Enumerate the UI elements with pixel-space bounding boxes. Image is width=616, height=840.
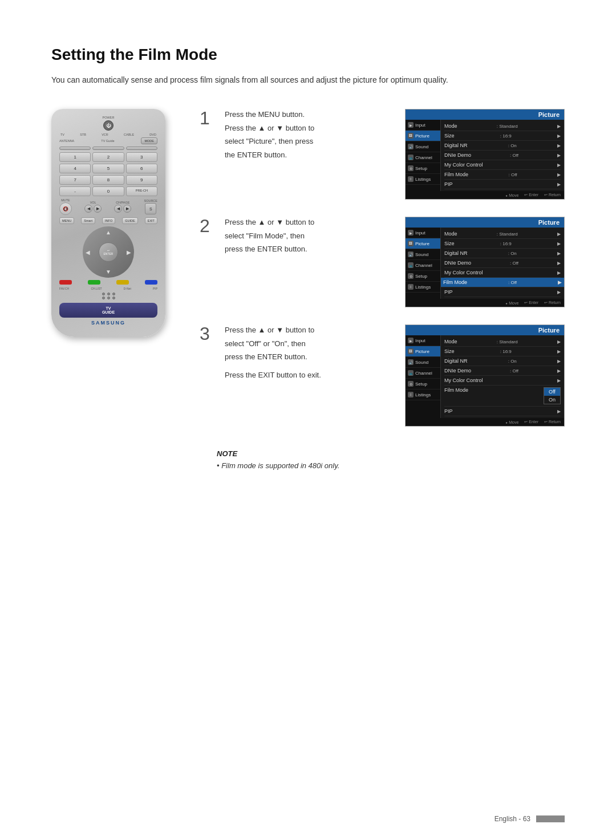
tv-menu-2-body: ▶ Input 🖼 Picture 🔊 Sound — [406, 228, 564, 299]
tv-guide-label: TV Guide — [101, 139, 114, 143]
menu-row-pip-3: PIP ▶ — [444, 407, 561, 416]
btn-4[interactable]: 4 — [59, 164, 91, 173]
btn-prech[interactable]: PRE-CH — [126, 186, 157, 196]
menu-row-mycolor-2: My Color Control ▶ — [444, 268, 561, 278]
tv-menu-1-main: Mode : Standard ▶ Size : 16:9 ▶ — [441, 120, 564, 191]
sidebar-input-3: ▶ Input — [406, 335, 440, 346]
source-button[interactable]: S — [145, 203, 156, 214]
input-icon-2: ▶ — [408, 230, 414, 236]
tv-menu-3-body: ▶ Input 🖼 Picture 🔊 Sound — [406, 335, 564, 418]
dots-area — [59, 293, 157, 299]
footer-enter-2: ↩ Enter — [524, 301, 538, 305]
red-button[interactable] — [59, 280, 72, 285]
vol-down-button[interactable]: ◀ — [84, 205, 92, 213]
nav-up-arrow[interactable]: ▲ — [106, 229, 111, 236]
option-off[interactable]: Off — [544, 388, 560, 396]
stb-source-label: STB — [80, 133, 86, 136]
step-1-line-2: Press the ▲ or ▼ button to — [225, 123, 394, 134]
sidebar-setup: ⚙ Setup — [406, 163, 440, 174]
step-3-line-2: select "Off" or "On", then — [225, 338, 394, 350]
yellow-button[interactable] — [116, 280, 129, 285]
sidebar-setup-label: Setup — [415, 166, 427, 171]
picture-icon: 🖼 — [408, 133, 414, 139]
menu-row-dnie-2: DNIe Demo : Off ▶ — [444, 258, 561, 268]
tv-menu-1-sidebar: ▶ Input 🖼 Picture 🔊 Sound — [406, 120, 441, 191]
btn-2[interactable]: 2 — [92, 152, 124, 162]
step-2-line-3: press the ENTER button. — [225, 244, 394, 255]
menu-row-filmmode-3: Film Mode Off On — [444, 385, 561, 407]
ch-up-button[interactable]: ▶ — [123, 205, 131, 213]
page-number-text: English - 63 — [495, 815, 530, 823]
sidebar-setup-2: ⚙ Setup — [406, 271, 440, 282]
menu-button[interactable]: MENU — [59, 217, 74, 224]
step-3-line-3: press the ENTER button. — [225, 351, 394, 363]
sidebar-picture-label: Picture — [415, 133, 429, 139]
tv-menu-1-body: ▶ Input 🖼 Picture 🔊 Sound — [406, 120, 564, 191]
nav-right-arrow[interactable]: ▶ — [127, 249, 131, 255]
listings-icon-2: ≡ — [408, 284, 414, 290]
favch-label: FAV.CH — [59, 287, 69, 290]
btn-1[interactable]: 1 — [59, 152, 91, 162]
sidebar-sound: 🔊 Sound — [406, 141, 440, 152]
btn-0[interactable]: 0 — [92, 186, 124, 196]
btn-3[interactable]: 3 — [126, 152, 157, 162]
mute-label: MUTE — [61, 198, 70, 202]
blue-button[interactable] — [145, 280, 157, 285]
sidebar-listings-2: ≡ Listings — [406, 282, 440, 293]
sidebar-input: ▶ Input — [406, 120, 440, 131]
mute-button[interactable]: 🔇 — [59, 202, 72, 215]
step-2-menu: Picture ▶ Input 🖼 Picture — [405, 217, 565, 307]
step-2-text: Press the ▲ or ▼ button to select "Film … — [225, 217, 394, 257]
step-2-line-1: Press the ▲ or ▼ button to — [225, 217, 394, 228]
listings-icon: ≡ — [408, 176, 414, 182]
power-button[interactable]: ⏻ — [103, 120, 114, 131]
green-button[interactable] — [88, 280, 100, 285]
info-button[interactable]: INFO — [102, 217, 115, 224]
dots-row-1 — [102, 293, 115, 295]
option-on[interactable]: On — [544, 396, 560, 404]
menu-row-pip-1: PIP ▶ — [444, 180, 561, 189]
tv-guide-box-top: TV — [63, 306, 154, 310]
enter-button[interactable]: ↩ ENTER — [99, 242, 118, 262]
number-grid: 1 2 3 4 5 6 7 8 9 - 0 PRE-CH — [59, 152, 157, 196]
tv-menu-3-header: Picture — [406, 325, 564, 335]
sound-icon-3: 🔊 — [408, 359, 414, 365]
step-3-exit: Press the EXIT button to exit. — [225, 370, 394, 381]
note-bullet: • Film mode is supported in 480i only. — [217, 461, 565, 470]
btn-antenna[interactable] — [59, 147, 91, 150]
step-1-line-3: select "Picture", then press — [225, 136, 394, 147]
tv-menu-2-main: Mode : Standard ▶ Size : 16:9 ▶ — [441, 228, 564, 299]
mode-button[interactable]: MODE — [141, 137, 157, 144]
btn-8[interactable]: 8 — [92, 175, 124, 185]
btn-6[interactable]: 6 — [126, 164, 157, 173]
mode-val: : Standard — [497, 124, 518, 129]
nav-ring: ▲ ▼ ◀ ▶ ↩ ENTER — [83, 226, 134, 278]
nav-left-arrow[interactable]: ◀ — [86, 249, 90, 255]
btn-7[interactable]: 7 — [59, 175, 91, 185]
smart-button[interactable]: Smart — [81, 217, 95, 224]
page-number-bar — [536, 815, 565, 822]
chlist-label: CH.LIST — [91, 287, 102, 290]
btn-tvguide[interactable] — [92, 147, 124, 150]
btn-dash[interactable]: - — [59, 186, 91, 196]
mute-vol-row: MUTE 🔇 VOL ◀ ▶ CH/PAGE ◀ — [59, 198, 157, 215]
btn-5[interactable]: 5 — [92, 164, 124, 173]
menu-row-dnie-1: DNIe Demo : Off ▶ — [444, 151, 561, 160]
footer-enter-3: ↩ Enter — [524, 420, 538, 424]
btn-mode[interactable] — [126, 147, 157, 150]
tv-menu-1: Picture ▶ Input 🖼 Picture — [405, 109, 565, 200]
sidebar-setup-3: ⚙ Setup — [406, 379, 440, 389]
menu-row-dnr-3: Digital NR : On ▶ — [444, 356, 561, 366]
antenna-label: ANTENNA — [59, 139, 74, 143]
vol-up-button[interactable]: ▶ — [94, 205, 102, 213]
guide-button[interactable]: GUIDE — [122, 217, 137, 224]
ch-down-button[interactable]: ◀ — [114, 205, 122, 213]
exit-button[interactable]: EXIT — [145, 217, 157, 224]
nav-cluster: ▲ ▼ ◀ ▶ ↩ ENTER — [83, 226, 134, 278]
tv-guide-box[interactable]: TV GUIDE — [59, 303, 157, 318]
nav-down-arrow[interactable]: ▼ — [106, 269, 111, 275]
btn-9[interactable]: 9 — [126, 175, 157, 185]
sidebar-picture-3: 🖼 Picture — [406, 346, 440, 357]
tv-guide-box-bot: GUIDE — [63, 310, 154, 314]
setup-icon: ⚙ — [408, 165, 414, 171]
